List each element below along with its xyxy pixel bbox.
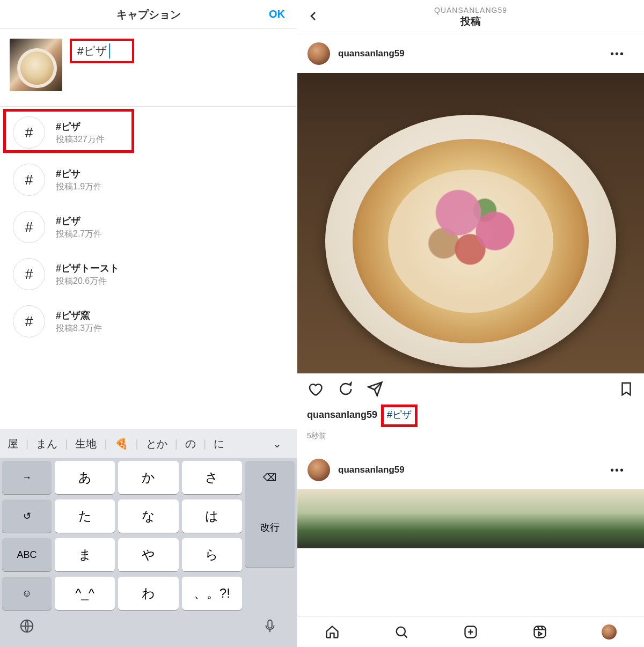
kb-key[interactable]: 、。?! (182, 577, 242, 610)
reels-icon[interactable] (532, 624, 548, 640)
kb-key[interactable]: あ (55, 461, 115, 494)
kb-suggest-item[interactable]: に (206, 437, 232, 451)
suggestion-count: 投稿327万件 (56, 134, 105, 145)
kb-key[interactable]: か (118, 461, 178, 494)
suggestion-count: 投稿1.9万件 (56, 181, 102, 193)
avatar[interactable] (307, 42, 331, 65)
post-timestamp: 5秒前 (297, 429, 644, 451)
kb-key[interactable]: さ (182, 461, 242, 494)
kb-suggest-item[interactable]: 🍕 (107, 437, 136, 450)
hashtag-suggestion[interactable]: # #ピサ 投稿1.9万件 (0, 156, 297, 203)
post-image[interactable] (297, 489, 644, 548)
like-icon[interactable] (307, 381, 323, 399)
post-user-row: quansanlang59 ••• (297, 451, 644, 489)
kb-key[interactable]: ^_^ (55, 577, 115, 610)
kb-key[interactable]: わ (118, 577, 178, 610)
hash-icon: # (13, 116, 45, 149)
kb-suggest-item[interactable]: とか (138, 437, 175, 451)
caption-username[interactable]: quansanlang59 (307, 409, 377, 420)
ok-button[interactable]: OK (269, 8, 285, 20)
svg-point-2 (396, 627, 405, 635)
suggestion-tag: #ピザ (56, 120, 105, 133)
caption-input[interactable]: #ピザ (77, 43, 110, 58)
kb-key[interactable]: な (118, 499, 178, 533)
header-title: キャプション (116, 0, 181, 29)
suggestion-count: 投稿20.6万件 (56, 276, 119, 287)
kb-key[interactable]: や (118, 538, 178, 571)
kb-key[interactable]: ま (55, 538, 115, 571)
hash-icon: # (13, 164, 45, 196)
post-caption: quansanlang59 #ピザ (297, 402, 644, 429)
kb-suggest-item[interactable]: 生地 (68, 437, 104, 451)
post-image[interactable] (297, 73, 644, 373)
kb-emoji-key[interactable]: ☺ (2, 577, 52, 610)
bottom-tab-bar (297, 616, 644, 647)
suggestion-count: 投稿8.3万件 (56, 323, 102, 334)
caption-input-highlight: #ピザ (70, 39, 134, 63)
home-icon[interactable] (324, 624, 340, 640)
suggestion-tag: #ピザ窯 (56, 309, 102, 322)
suggestion-tag: #ピザトースト (56, 262, 119, 275)
kb-suggest-item[interactable]: 屋 (0, 437, 26, 451)
header-subtitle: QUANSANLANG59 (434, 6, 507, 14)
chevron-down-icon[interactable]: ⌄ (265, 437, 289, 450)
username[interactable]: quansanlang59 (338, 465, 405, 475)
hashtag-suggestions: # #ピザ 投稿327万件 # #ピサ 投稿1.9万件 # #ビザ 投稿2.7万… (0, 106, 297, 345)
svg-rect-1 (268, 620, 272, 628)
hashtag-suggestion[interactable]: # #ピザ 投稿327万件 (0, 107, 297, 156)
kb-key[interactable]: は (182, 499, 242, 533)
kb-suggest-item[interactable]: まん (28, 437, 65, 451)
globe-icon[interactable] (2, 618, 52, 638)
kb-suggest-item[interactable]: の (178, 437, 203, 451)
header-title: 投稿 (434, 14, 507, 28)
kb-tab-key[interactable]: → (2, 461, 52, 494)
caption-hashtag[interactable]: #ピザ (387, 409, 412, 420)
keyboard-suggestions: 屋| まん| 生地| 🍕| とか| の| に ⌄ (0, 429, 297, 458)
profile-tab[interactable] (601, 624, 617, 640)
kb-key[interactable]: た (55, 499, 115, 533)
post-header: QUANSANLANG59 投稿 (297, 0, 644, 34)
hashtag-highlight: #ピザ (381, 405, 418, 427)
hashtag-suggestion[interactable]: # #ピザトースト 投稿20.6万件 (0, 251, 297, 298)
keyboard: 屋| まん| 生地| 🍕| とか| の| に ⌄ → あ か さ ⌫ ↺ た な… (0, 429, 297, 647)
search-icon[interactable] (393, 624, 409, 640)
caption-header: キャプション OK (0, 0, 297, 29)
suggestion-count: 投稿2.7万件 (56, 229, 102, 240)
kb-return-key[interactable]: 改行 (245, 487, 295, 568)
username[interactable]: quansanlang59 (338, 48, 405, 59)
add-post-icon[interactable] (463, 624, 479, 640)
comment-icon[interactable] (337, 381, 353, 399)
kb-undo-key[interactable]: ↺ (2, 499, 52, 533)
save-icon[interactable] (618, 381, 634, 399)
mic-icon[interactable] (245, 618, 295, 638)
hash-icon: # (13, 305, 45, 337)
back-button[interactable] (307, 8, 320, 26)
hash-icon: # (13, 211, 45, 243)
suggestion-tag: #ビザ (56, 215, 102, 227)
suggestion-tag: #ピサ (56, 167, 102, 180)
svg-rect-4 (535, 626, 546, 637)
more-options-button[interactable]: ••• (610, 464, 625, 476)
hashtag-suggestion[interactable]: # #ピザ窯 投稿8.3万件 (0, 298, 297, 345)
avatar[interactable] (307, 458, 331, 482)
share-icon[interactable] (367, 381, 383, 399)
hashtag-suggestion[interactable]: # #ビザ 投稿2.7万件 (0, 203, 297, 251)
kb-key[interactable]: ら (182, 538, 242, 571)
hash-icon: # (13, 258, 45, 290)
post-thumbnail[interactable] (10, 39, 62, 91)
post-actions (297, 373, 644, 402)
post-user-row: quansanlang59 ••• (297, 34, 644, 73)
kb-abc-key[interactable]: ABC (2, 538, 52, 571)
more-options-button[interactable]: ••• (610, 48, 625, 60)
